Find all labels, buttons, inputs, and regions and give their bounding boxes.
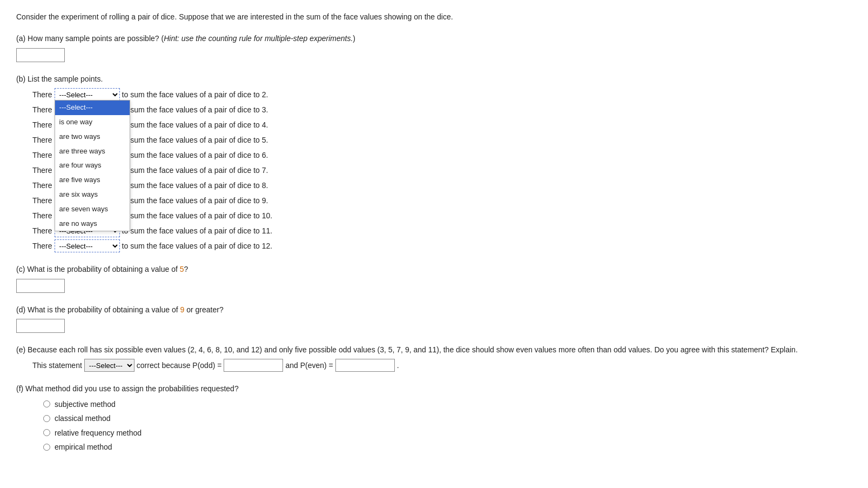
- question-e-block: (e) Because each roll has six possible e…: [16, 344, 852, 372]
- qe-input1[interactable]: [224, 359, 283, 372]
- qe-suffix2: and P(even) =: [285, 359, 333, 371]
- dd-option[interactable]: are no ways: [55, 217, 130, 231]
- qe-select[interactable]: ---Select---isis not: [84, 359, 134, 372]
- qb-row-prefix-8: There: [32, 195, 52, 206]
- intro-text: Consider the experiment of rolling a pai…: [16, 11, 852, 23]
- qb-row-prefix-3: There: [32, 119, 52, 131]
- qb-row-prefix-7: There: [32, 179, 52, 191]
- qb-row-prefix-5: There: [32, 149, 52, 161]
- dd-option[interactable]: ---Select---: [55, 101, 130, 115]
- qb-row-3: There---Select---is one wayare two waysa…: [32, 118, 852, 131]
- question-a-block: (a) How many sample points are possible?…: [16, 32, 852, 62]
- qa-input[interactable]: [16, 48, 65, 62]
- qf-option-row-0: subjective method: [43, 398, 852, 410]
- qb-rows: There---Select---is one wayare two waysa…: [32, 88, 852, 252]
- qb-dropdown-popup-1: ---Select---is one wayare two waysare th…: [55, 100, 130, 231]
- dd-option[interactable]: are two ways: [55, 130, 130, 144]
- question-c-label: (c) What is the probability of obtaining…: [16, 263, 852, 275]
- qf-option-row-3: empirical method: [43, 441, 852, 453]
- question-c-block: (c) What is the probability of obtaining…: [16, 263, 852, 292]
- qc-text2: ?: [184, 265, 189, 273]
- qd-text2: or greater?: [186, 305, 223, 314]
- qb-row-suffix-10: to sum the face values of a pair of dice…: [122, 225, 273, 237]
- qc-text: What is the probability of obtaining a v…: [27, 265, 178, 273]
- dd-option[interactable]: is one way: [55, 115, 130, 130]
- qb-row-1: There---Select---is one wayare two waysa…: [32, 88, 852, 101]
- qc-letter: (c): [16, 265, 25, 273]
- qb-row-9: There---Select---is one wayare two waysa…: [32, 209, 852, 222]
- qb-row-prefix-4: There: [32, 134, 52, 146]
- question-a-label: (a) How many sample points are possible?…: [16, 32, 852, 44]
- qb-letter: (b): [16, 75, 25, 83]
- qb-row-suffix-11: to sum the face values of a pair of dice…: [122, 240, 273, 252]
- qa-letter: (a): [16, 34, 25, 43]
- question-d-block: (d) What is the probability of obtaining…: [16, 304, 852, 333]
- qb-row-2: There---Select---is one wayare two waysa…: [32, 103, 852, 116]
- qb-row-prefix-2: There: [32, 104, 52, 116]
- qe-suffix3: .: [397, 359, 399, 371]
- qb-row-suffix-7: to sum the face values of a pair of dice…: [122, 179, 268, 191]
- qd-text: What is the probability of obtaining a v…: [28, 305, 178, 314]
- qa-text: How many sample points are possible?: [28, 34, 159, 43]
- qf-option-label-2: relative frequency method: [55, 427, 142, 439]
- qf-text: What method did you use to assign the pr…: [25, 384, 239, 393]
- qb-row-6: There---Select---is one wayare two waysa…: [32, 164, 852, 177]
- question-b-block: (b) List the sample points. There---Sele…: [16, 73, 852, 252]
- qb-text: List the sample points.: [28, 75, 103, 83]
- qb-row-5: There---Select---is one wayare two waysa…: [32, 149, 852, 162]
- qe-prefix: This statement: [32, 359, 82, 371]
- qf-option-label-0: subjective method: [55, 398, 116, 410]
- qb-row-4: There---Select---is one wayare two waysa…: [32, 133, 852, 146]
- qf-radio-3[interactable]: [43, 444, 50, 451]
- dd-option[interactable]: are seven ways: [55, 202, 130, 217]
- question-e-label: (e) Because each roll has six possible e…: [16, 344, 852, 356]
- qf-letter: (f): [16, 384, 23, 393]
- qb-row-suffix-3: to sum the face values of a pair of dice…: [122, 119, 268, 131]
- qb-row-prefix-10: There: [32, 225, 52, 237]
- qb-row-7: There---Select---is one wayare two waysa…: [32, 179, 852, 192]
- qf-radio-0[interactable]: [43, 400, 50, 407]
- qb-row-prefix-9: There: [32, 210, 52, 222]
- dd-option[interactable]: are five ways: [55, 173, 130, 188]
- qa-hint: Hint: use the counting rule for multiple…: [164, 34, 353, 43]
- qb-row-suffix-5: to sum the face values of a pair of dice…: [122, 149, 268, 161]
- qc-highlight: 5: [180, 265, 184, 273]
- qf-radio-group: subjective methodclassical methodrelativ…: [43, 398, 852, 453]
- qf-option-row-1: classical method: [43, 412, 852, 424]
- qb-row-prefix-11: There: [32, 240, 52, 252]
- qe-suffix1: correct because P(odd) =: [137, 359, 222, 371]
- qf-radio-2[interactable]: [43, 429, 50, 436]
- qd-input[interactable]: [16, 319, 65, 333]
- qe-text: Because each roll has six possible even …: [28, 345, 798, 354]
- qb-select-1[interactable]: ---Select---is one wayare two waysare th…: [55, 88, 120, 101]
- qf-radio-1[interactable]: [43, 415, 50, 422]
- qe-input2[interactable]: [335, 359, 395, 372]
- qb-dropdown-wrapper-1: ---Select---is one wayare two waysare th…: [55, 88, 122, 101]
- question-d-label: (d) What is the probability of obtaining…: [16, 304, 852, 316]
- qb-row-10: There---Select---is one wayare two waysa…: [32, 224, 852, 237]
- dd-option[interactable]: are six ways: [55, 188, 130, 202]
- qd-letter: (d): [16, 305, 25, 314]
- dd-option[interactable]: are four ways: [55, 158, 130, 173]
- qb-row-suffix-8: to sum the face values of a pair of dice…: [122, 195, 268, 206]
- qb-row-8: There---Select---is one wayare two waysa…: [32, 194, 852, 207]
- qb-row-11: There---Select---is one wayare two waysa…: [32, 239, 852, 252]
- qe-letter: (e): [16, 345, 25, 354]
- qb-row-prefix-6: There: [32, 164, 52, 176]
- dd-option[interactable]: are three ways: [55, 144, 130, 159]
- qb-row-suffix-6: to sum the face values of a pair of dice…: [122, 164, 268, 176]
- qe-statement-row: This statement ---Select---isis not corr…: [32, 359, 852, 372]
- qb-row-prefix-1: There: [32, 89, 52, 101]
- qb-row-suffix-2: to sum the face values of a pair of dice…: [122, 104, 268, 116]
- qb-row-suffix-9: to sum the face values of a pair of dice…: [122, 210, 273, 222]
- question-f-label: (f) What method did you use to assign th…: [16, 383, 852, 395]
- question-b-label: (b) List the sample points.: [16, 73, 852, 85]
- qc-input[interactable]: [16, 279, 65, 293]
- qb-row-suffix-4: to sum the face values of a pair of dice…: [122, 134, 268, 146]
- qf-option-label-3: empirical method: [55, 441, 112, 453]
- qb-row-suffix-1: to sum the face values of a pair of dice…: [122, 89, 268, 101]
- qf-option-label-1: classical method: [55, 412, 111, 424]
- qb-select-11[interactable]: ---Select---is one wayare two waysare th…: [55, 239, 120, 252]
- qf-option-row-2: relative frequency method: [43, 427, 852, 439]
- qd-highlight: 9: [180, 305, 185, 314]
